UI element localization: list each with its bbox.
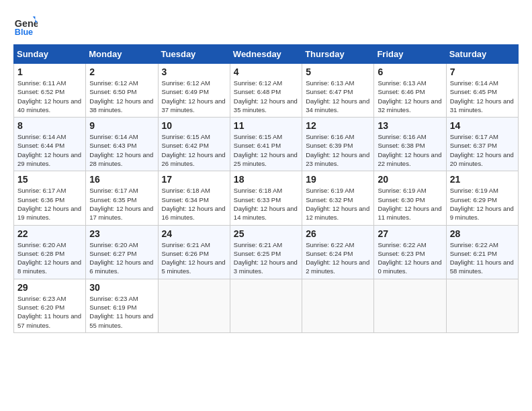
day-number: 20 <box>378 174 442 185</box>
day-number: 3 <box>162 66 226 77</box>
day-number: 10 <box>162 120 226 131</box>
day-number: 21 <box>450 174 515 185</box>
svg-text:Blue: Blue <box>15 28 33 37</box>
day-number: 18 <box>234 174 298 185</box>
day-info: Sunrise: 6:21 AM Sunset: 6:26 PM Dayligh… <box>162 240 226 276</box>
day-info: Sunrise: 6:20 AM Sunset: 6:28 PM Dayligh… <box>17 240 82 276</box>
calendar-cell: 25 Sunrise: 6:21 AM Sunset: 6:25 PM Dayl… <box>230 225 302 279</box>
day-info: Sunrise: 6:19 AM Sunset: 6:29 PM Dayligh… <box>450 186 515 222</box>
day-info: Sunrise: 6:11 AM Sunset: 6:52 PM Dayligh… <box>17 79 82 114</box>
calendar-cell: 1 Sunrise: 6:11 AM Sunset: 6:52 PM Dayli… <box>14 64 86 118</box>
calendar-cell: 12 Sunrise: 6:16 AM Sunset: 6:39 PM Dayl… <box>302 118 374 171</box>
calendar-cell: 5 Sunrise: 6:13 AM Sunset: 6:47 PM Dayli… <box>302 64 374 118</box>
day-info: Sunrise: 6:16 AM Sunset: 6:39 PM Dayligh… <box>306 132 370 168</box>
calendar-cell: 20 Sunrise: 6:19 AM Sunset: 6:30 PM Dayl… <box>374 171 446 225</box>
day-info: Sunrise: 6:13 AM Sunset: 6:47 PM Dayligh… <box>306 79 370 114</box>
calendar-cell: 13 Sunrise: 6:16 AM Sunset: 6:38 PM Dayl… <box>374 118 446 171</box>
day-info: Sunrise: 6:17 AM Sunset: 6:35 PM Dayligh… <box>89 186 154 222</box>
weekday-header-wednesday: Wednesday <box>230 45 302 64</box>
calendar-week-5: 29 Sunrise: 6:23 AM Sunset: 6:20 PM Dayl… <box>14 279 519 332</box>
day-info: Sunrise: 6:18 AM Sunset: 6:34 PM Dayligh… <box>162 186 226 222</box>
calendar-cell: 19 Sunrise: 6:19 AM Sunset: 6:32 PM Dayl… <box>302 171 374 225</box>
calendar-cell: 14 Sunrise: 6:17 AM Sunset: 6:37 PM Dayl… <box>446 118 518 171</box>
day-number: 1 <box>17 66 82 77</box>
day-info: Sunrise: 6:19 AM Sunset: 6:30 PM Dayligh… <box>378 186 442 222</box>
day-info: Sunrise: 6:22 AM Sunset: 6:24 PM Dayligh… <box>306 240 370 276</box>
logo-icon: General Blue <box>13 13 38 38</box>
day-number: 15 <box>17 174 82 185</box>
calendar-cell <box>374 279 446 332</box>
calendar-cell: 2 Sunrise: 6:12 AM Sunset: 6:50 PM Dayli… <box>86 64 158 118</box>
calendar-cell: 9 Sunrise: 6:14 AM Sunset: 6:43 PM Dayli… <box>86 118 158 171</box>
day-number: 30 <box>89 282 154 293</box>
day-number: 22 <box>17 228 82 239</box>
day-number: 19 <box>306 174 370 185</box>
calendar-cell: 7 Sunrise: 6:14 AM Sunset: 6:45 PM Dayli… <box>446 64 518 118</box>
calendar-cell: 26 Sunrise: 6:22 AM Sunset: 6:24 PM Dayl… <box>302 225 374 279</box>
calendar-cell: 27 Sunrise: 6:22 AM Sunset: 6:23 PM Dayl… <box>374 225 446 279</box>
day-info: Sunrise: 6:12 AM Sunset: 6:48 PM Dayligh… <box>234 79 298 114</box>
weekday-header-sunday: Sunday <box>14 45 86 64</box>
day-info: Sunrise: 6:12 AM Sunset: 6:49 PM Dayligh… <box>162 79 226 114</box>
day-number: 13 <box>378 120 442 131</box>
calendar-cell: 3 Sunrise: 6:12 AM Sunset: 6:49 PM Dayli… <box>158 64 230 118</box>
day-info: Sunrise: 6:20 AM Sunset: 6:27 PM Dayligh… <box>89 240 154 276</box>
calendar-cell: 22 Sunrise: 6:20 AM Sunset: 6:28 PM Dayl… <box>14 225 86 279</box>
weekday-header-saturday: Saturday <box>446 45 518 64</box>
weekday-header-thursday: Thursday <box>302 45 374 64</box>
day-number: 5 <box>306 66 370 77</box>
calendar-cell: 6 Sunrise: 6:13 AM Sunset: 6:46 PM Dayli… <box>374 64 446 118</box>
day-number: 17 <box>162 174 226 185</box>
day-number: 23 <box>89 228 154 239</box>
day-info: Sunrise: 6:22 AM Sunset: 6:23 PM Dayligh… <box>378 240 442 276</box>
calendar-cell <box>230 279 302 332</box>
day-info: Sunrise: 6:16 AM Sunset: 6:38 PM Dayligh… <box>378 132 442 168</box>
calendar-cell: 28 Sunrise: 6:22 AM Sunset: 6:21 PM Dayl… <box>446 225 518 279</box>
calendar-cell: 16 Sunrise: 6:17 AM Sunset: 6:35 PM Dayl… <box>86 171 158 225</box>
calendar-cell: 23 Sunrise: 6:20 AM Sunset: 6:27 PM Dayl… <box>86 225 158 279</box>
day-info: Sunrise: 6:13 AM Sunset: 6:46 PM Dayligh… <box>378 79 442 114</box>
day-info: Sunrise: 6:14 AM Sunset: 6:45 PM Dayligh… <box>450 79 515 114</box>
day-number: 8 <box>17 120 82 131</box>
day-number: 14 <box>450 120 515 131</box>
day-number: 25 <box>234 228 298 239</box>
day-info: Sunrise: 6:23 AM Sunset: 6:20 PM Dayligh… <box>17 294 82 330</box>
calendar-cell <box>158 279 230 332</box>
day-info: Sunrise: 6:14 AM Sunset: 6:44 PM Dayligh… <box>17 132 82 168</box>
day-info: Sunrise: 6:14 AM Sunset: 6:43 PM Dayligh… <box>89 132 154 168</box>
day-info: Sunrise: 6:19 AM Sunset: 6:32 PM Dayligh… <box>306 186 370 222</box>
calendar-cell <box>446 279 518 332</box>
day-number: 27 <box>378 228 442 239</box>
weekday-header-tuesday: Tuesday <box>158 45 230 64</box>
calendar-cell: 4 Sunrise: 6:12 AM Sunset: 6:48 PM Dayli… <box>230 64 302 118</box>
calendar-week-4: 22 Sunrise: 6:20 AM Sunset: 6:28 PM Dayl… <box>14 225 519 279</box>
day-number: 28 <box>450 228 515 239</box>
calendar-table: SundayMondayTuesdayWednesdayThursdayFrid… <box>13 44 519 333</box>
calendar-cell: 21 Sunrise: 6:19 AM Sunset: 6:29 PM Dayl… <box>446 171 518 225</box>
logo: General Blue <box>13 13 40 38</box>
day-number: 4 <box>234 66 298 77</box>
day-info: Sunrise: 6:18 AM Sunset: 6:33 PM Dayligh… <box>234 186 298 222</box>
calendar-cell: 29 Sunrise: 6:23 AM Sunset: 6:20 PM Dayl… <box>14 279 86 332</box>
day-info: Sunrise: 6:21 AM Sunset: 6:25 PM Dayligh… <box>234 240 298 276</box>
day-number: 2 <box>89 66 154 77</box>
calendar-cell: 11 Sunrise: 6:15 AM Sunset: 6:41 PM Dayl… <box>230 118 302 171</box>
calendar-cell: 17 Sunrise: 6:18 AM Sunset: 6:34 PM Dayl… <box>158 171 230 225</box>
day-number: 26 <box>306 228 370 239</box>
calendar-cell: 18 Sunrise: 6:18 AM Sunset: 6:33 PM Dayl… <box>230 171 302 225</box>
day-info: Sunrise: 6:23 AM Sunset: 6:19 PM Dayligh… <box>89 294 154 330</box>
calendar-cell: 15 Sunrise: 6:17 AM Sunset: 6:36 PM Dayl… <box>14 171 86 225</box>
day-number: 29 <box>17 282 82 293</box>
day-number: 9 <box>89 120 154 131</box>
day-info: Sunrise: 6:22 AM Sunset: 6:21 PM Dayligh… <box>450 240 515 276</box>
day-info: Sunrise: 6:15 AM Sunset: 6:42 PM Dayligh… <box>162 132 226 168</box>
page-header: General Blue <box>13 13 519 38</box>
day-info: Sunrise: 6:15 AM Sunset: 6:41 PM Dayligh… <box>234 132 298 168</box>
day-number: 6 <box>378 66 442 77</box>
calendar-cell: 8 Sunrise: 6:14 AM Sunset: 6:44 PM Dayli… <box>14 118 86 171</box>
calendar-cell <box>302 279 374 332</box>
calendar-week-3: 15 Sunrise: 6:17 AM Sunset: 6:36 PM Dayl… <box>14 171 519 225</box>
weekday-header-monday: Monday <box>86 45 158 64</box>
day-number: 12 <box>306 120 370 131</box>
day-info: Sunrise: 6:12 AM Sunset: 6:50 PM Dayligh… <box>89 79 154 114</box>
